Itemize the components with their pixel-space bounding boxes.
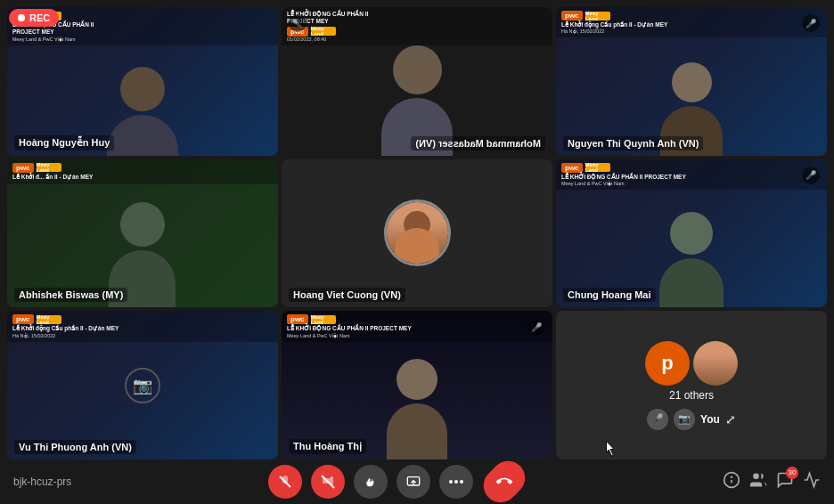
tile-2-title: LỄ KHỞI ĐỘNG CẦU PHẦN II — [287, 11, 547, 18]
pwc-logo-4: pwc — [12, 163, 34, 173]
tile-2-mic-off: 🎤 — [289, 14, 307, 32]
pwc-logo-7: pwc — [12, 314, 34, 324]
meeting-id: bjk-hcuz-prs — [13, 476, 71, 488]
video-tile-8[interactable]: pwc Meey Land LỄ KHỞI ĐỘNG CẦU PHẦN II P… — [282, 311, 552, 459]
tile-6-header: pwc Meey Land LỄ KHỞI ĐỘNG CẦU PHẦN II P… — [556, 159, 827, 190]
info-button[interactable] — [723, 471, 740, 493]
tile-3-header: pwc Meey Land Lễ Khởi động Cầu phần II -… — [556, 7, 827, 37]
camera-off-icon: 📷 — [125, 368, 160, 403]
tile-7-camera-off: 📷 — [125, 368, 160, 403]
toolbar-right: 30 — [723, 471, 821, 493]
tile-6-sub: Meey Land & PwC Việt Nam — [561, 181, 822, 186]
tile-3-label: Nguyen Thi Quynh Anh (VN) — [563, 136, 703, 150]
tile-6-label: Chung Hoang Mai — [563, 288, 656, 302]
svg-point-5 — [449, 480, 453, 484]
chat-badge: 30 — [786, 467, 798, 479]
video-grid: pwc Meey Land LỄ KHỞI ĐỘNG CẦU PHẦN II P… — [7, 7, 827, 459]
tile-1-subtitle: PROJECT MEY — [12, 28, 273, 36]
camera-button[interactable] — [311, 465, 345, 499]
others-actions: 🎤 📷 You ⤢ — [647, 409, 736, 430]
others-avatars: p — [645, 341, 738, 386]
pwc-logo-3: pwc — [561, 11, 583, 20]
toolbar: bjk-hcuz-prs — [0, 459, 834, 504]
people-button[interactable] — [749, 471, 767, 493]
tile-7-header: pwc Meey Land Lễ Khởi động Cầu phần II -… — [7, 311, 278, 341]
meey-logo-7: Meey Land — [37, 315, 61, 324]
meey-logo-6: Meey Land — [585, 163, 610, 172]
tile-3-title: Lễ Khởi động Cầu phần II - Dự án MEY — [561, 21, 822, 28]
raise-hand-button[interactable] — [354, 465, 388, 499]
tile-1-label: Hoàng Nguyễn Huy — [14, 135, 114, 150]
tile-6-title: LỄ KHỞI ĐỘNG CẦU PHẦN II PROJECT MEY — [561, 174, 822, 181]
video-tile-2[interactable]: LỄ KHỞI ĐỘNG CẦU PHẦN II PROJECT MEY pwc… — [282, 7, 552, 156]
video-tile-7[interactable]: pwc Meey Land Lễ Khởi động Cầu phần II -… — [7, 311, 278, 459]
tile-4-label: Abhishek Biswas (MY) — [14, 288, 127, 302]
tile-5-label: Hoang Viet Cuong (VN) — [289, 288, 405, 302]
svg-point-6 — [454, 480, 458, 484]
tile-8-sub: Meey Land & PwC Việt Nam — [287, 333, 547, 338]
svg-point-11 — [753, 473, 759, 479]
svg-point-7 — [460, 480, 463, 484]
meey-logo-3: Meey Land — [585, 12, 610, 20]
video-tile-3[interactable]: pwc Meey Land Lễ Khởi động Cầu phần II -… — [556, 7, 827, 156]
rec-label: REC — [29, 12, 50, 23]
tile-2-subtitle: PROJECT MEY — [287, 18, 547, 25]
meey-logo-8: Meey Land — [311, 315, 336, 324]
pwc-logo-8: pwc — [287, 314, 308, 324]
rec-dot — [18, 14, 25, 21]
avatar-p: p — [645, 341, 690, 386]
you-label: You — [700, 413, 720, 426]
chat-button[interactable]: 30 — [776, 471, 794, 493]
tile-4-header: pwc Meey Land Lễ Khởi đ... ần II - Dự án… — [7, 159, 278, 184]
video-tile-9[interactable]: p 21 others 🎤 📷 You ⤢ — [556, 311, 827, 459]
tile-8-title: LỄ KHỞI ĐỘNG CẦU PHẦN II PROJECT MEY — [287, 325, 547, 332]
end-call-button[interactable] — [477, 454, 532, 504]
mic-button[interactable] — [268, 465, 302, 499]
tile-1-sub: Meey Land & PwC Việt Nam — [12, 37, 273, 42]
others-cam-btn[interactable]: 📷 — [674, 409, 695, 430]
present-button[interactable] — [397, 465, 430, 499]
more-options-button[interactable] — [439, 465, 473, 499]
tile-8-label: Thu Hoàng Thị — [289, 439, 366, 454]
rec-badge: REC — [9, 9, 59, 27]
tile-2-label: Mohammad Madasser (VN) — [411, 136, 545, 150]
toolbar-controls — [71, 465, 723, 499]
meey-logo-4: Meey Land — [37, 163, 61, 172]
tile-8-header: pwc Meey Land LỄ KHỞI ĐỘNG CẦU PHẦN II P… — [282, 311, 552, 341]
pwc-logo-6: pwc — [561, 163, 583, 173]
video-tile-4[interactable]: pwc Meey Land Lễ Khởi đ... ần II - Dự án… — [7, 159, 278, 308]
tile-4-title: Lễ Khởi đ... ần II - Dự án MEY — [12, 174, 273, 181]
expand-btn[interactable]: ⤢ — [725, 412, 736, 427]
tile-7-sub: Hà Nội, 15/02/2022 — [12, 333, 273, 338]
avatar-photo — [693, 341, 738, 386]
video-tile-6[interactable]: pwc Meey Land LỄ KHỞI ĐỘNG CẦU PHẦN II P… — [556, 159, 827, 308]
tile-3-mic-off: 🎤 — [802, 14, 820, 32]
video-tile-5[interactable]: Hoang Viet Cuong (VN) — [282, 159, 552, 308]
tile-7-title: Lễ Khởi động Cầu phần II - Dự án MEY — [12, 325, 273, 332]
video-tile-1[interactable]: pwc Meey Land LỄ KHỞI ĐỘNG CẦU PHẦN II P… — [7, 7, 278, 156]
others-count: 21 others — [669, 389, 714, 402]
others-mic-btn[interactable]: 🎤 — [647, 409, 668, 430]
tile-3-sub: Hà Nội, 15/02/2022 — [561, 28, 822, 34]
tile-7-label: Vu Thi Phuong Anh (VN) — [14, 440, 136, 454]
tile-6-mic-off: 🎤 — [802, 167, 820, 184]
meey-logo-2: Meey Land — [311, 27, 336, 36]
activities-button[interactable] — [803, 471, 821, 493]
